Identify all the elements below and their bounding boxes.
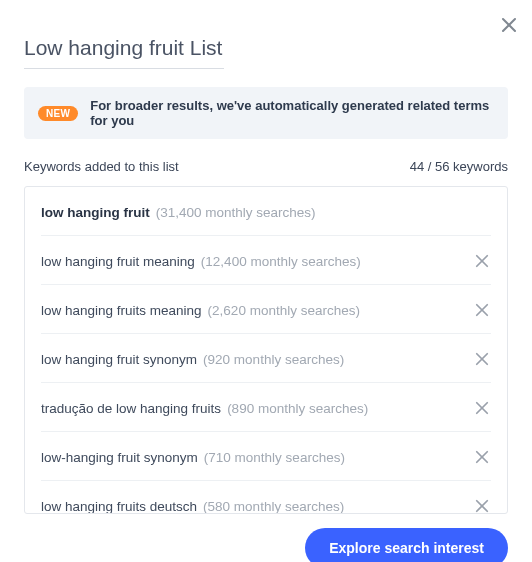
remove-icon[interactable] [473,350,491,368]
item-keyword: low hanging fruit [41,205,150,220]
list-item: tradução de low hanging fruits (890 mont… [25,383,507,431]
item-searches: (31,400 monthly searches) [156,205,316,220]
item-keyword: low hanging fruit synonym [41,352,197,367]
list-item: low hanging fruit synonym (920 monthly s… [25,334,507,382]
list-item: low hanging fruits meaning (2,620 monthl… [25,285,507,333]
remove-icon[interactable] [473,497,491,513]
item-keyword: low hanging fruits meaning [41,303,202,318]
page-title: Low hanging fruit List [24,0,222,60]
banner-text: For broader results, we've automatically… [90,98,494,128]
meta-label: Keywords added to this list [24,159,179,174]
list-item: low hanging fruit meaning (12,400 monthl… [25,236,507,284]
item-searches: (920 monthly searches) [203,352,344,367]
item-searches: (580 monthly searches) [203,499,344,514]
keyword-list: low hanging fruit (31,400 monthly search… [24,186,508,514]
info-banner: NEW For broader results, we've automatic… [24,87,508,139]
item-keyword: tradução de low hanging fruits [41,401,221,416]
meta-count: 44 / 56 keywords [410,159,508,174]
close-icon[interactable] [500,16,518,34]
item-searches: (710 monthly searches) [204,450,345,465]
keyword-list-scroll[interactable]: low hanging fruit (31,400 monthly search… [25,187,507,513]
item-keyword: low-hanging fruit synonym [41,450,198,465]
new-badge: NEW [38,106,78,121]
explore-button[interactable]: Explore search interest [305,528,508,562]
footer: Explore search interest [0,514,532,562]
list-item: low hanging fruit (31,400 monthly search… [25,187,507,235]
item-keyword: low hanging fruit meaning [41,254,195,269]
meta-row: Keywords added to this list 44 / 56 keyw… [24,159,508,174]
remove-icon[interactable] [473,399,491,417]
remove-icon[interactable] [473,252,491,270]
list-item: low hanging fruits deutsch (580 monthly … [25,481,507,513]
item-searches: (12,400 monthly searches) [201,254,361,269]
item-searches: (890 monthly searches) [227,401,368,416]
list-item: low-hanging fruit synonym (710 monthly s… [25,432,507,480]
remove-icon[interactable] [473,301,491,319]
item-searches: (2,620 monthly searches) [208,303,360,318]
item-keyword: low hanging fruits deutsch [41,499,197,514]
remove-icon[interactable] [473,448,491,466]
